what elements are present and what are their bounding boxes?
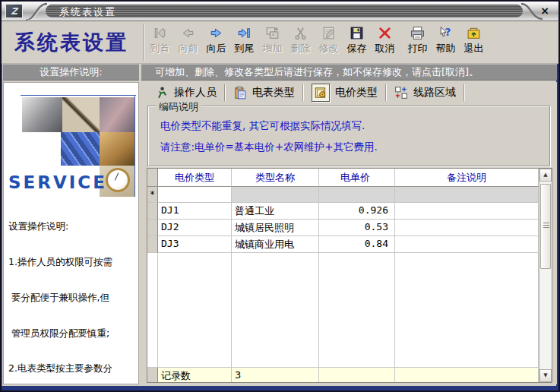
cell-new-type[interactable]: [158, 187, 232, 203]
table-row: DJ3 城镇商业用电 0.84: [147, 236, 539, 253]
empty-cell: [319, 253, 395, 367]
tab-operators[interactable]: 操作人员: [147, 84, 224, 102]
hint-bar: 可增加、删除、修改各类型后请进行保存，如不保存修改，请点击[取消]。: [141, 64, 557, 81]
cell-type-name[interactable]: 城镇商业用电: [232, 236, 319, 253]
exit-folder-icon: [466, 25, 482, 41]
clipboard-icon: [233, 86, 247, 100]
delete-record-button: 删除: [286, 25, 315, 62]
button-label: 保存: [347, 42, 367, 55]
note-line-1: 电价类型不能重复, 其它可根据实际情况填写.: [160, 119, 365, 133]
instructions-text: 设置操作说明: 1.操作人员的权限可按需 要分配便于兼职操作,但 管理员权限分配…: [8, 197, 139, 384]
tab-bar: 操作人员 电表类型: [141, 82, 557, 103]
cell-new-price[interactable]: [319, 187, 395, 203]
button-label: 增加: [263, 42, 283, 55]
photo-tile-keyboard: [61, 132, 100, 166]
tab-label: 电价类型: [335, 86, 378, 100]
cell-new-name[interactable]: [232, 187, 319, 203]
price-types-grid: 电价类型 类型名称 电单价 备注说明 * DJ1 普通工业 0.926: [147, 168, 552, 383]
hint-text: 可增加、删除、修改各类型后请进行保存，如不保存修改，请点击[取消]。: [155, 65, 479, 79]
button-label: 删除: [291, 42, 311, 55]
titlebar: Z 系统表设置 ×: [2, 2, 558, 21]
help-button[interactable]: ? 帮助: [432, 25, 460, 62]
row-selector-header: [147, 169, 158, 187]
next-record-button[interactable]: 向后: [202, 25, 230, 62]
cell-unit-price[interactable]: 0.926: [319, 203, 395, 220]
vertical-scrollbar[interactable]: ▲ ▼: [539, 169, 552, 382]
cell-unit-price[interactable]: 0.53: [319, 220, 395, 236]
toolbar-buttons: 到首 向前 向后 到尾: [146, 21, 488, 63]
page-title: 系统表设置: [2, 21, 141, 63]
cell-new-note[interactable]: [395, 187, 539, 203]
scrollbar-thumb[interactable]: [540, 184, 551, 269]
row-selector[interactable]: [147, 236, 158, 253]
new-row: *: [147, 187, 539, 203]
cell-type-name[interactable]: 城镇居民照明: [232, 220, 319, 236]
sidebar-header-text: 设置操作说明:: [40, 65, 102, 79]
scroll-down-icon[interactable]: ▼: [539, 369, 552, 382]
arrow-first-icon: [152, 25, 168, 41]
print-button[interactable]: 打印: [403, 25, 432, 62]
help-cursor-icon: ?: [438, 25, 454, 41]
photo-tile-hands: [100, 132, 134, 166]
cell-price-type[interactable]: DJ3: [158, 236, 232, 253]
tab-meter-types[interactable]: 电表类型: [226, 84, 302, 102]
instruction-line: 1.操作人员的权限可按需: [8, 256, 139, 268]
toolbar: 系统表设置 到首 向前 向后: [2, 21, 558, 64]
cell-type-name[interactable]: 普通工业: [232, 203, 319, 220]
last-record-button[interactable]: 到尾: [230, 25, 258, 62]
person-icon: [155, 86, 169, 100]
tab-label: 操作人员: [174, 86, 217, 100]
grid-empty-area: [147, 253, 539, 367]
empty-cell: [395, 253, 539, 367]
cell-price-type[interactable]: DJ2: [158, 220, 232, 236]
photo-tile-tool: [22, 97, 62, 132]
app-logo-icon: Z: [5, 4, 23, 18]
tab-separator: [464, 84, 465, 101]
first-record-button: 到首: [146, 25, 174, 62]
cell-note[interactable]: [395, 220, 539, 236]
scroll-up-icon[interactable]: ▲: [539, 169, 552, 182]
coding-notes-groupbox: 编码说明 电价类型不能重复, 其它可根据实际情况填写. 请注意:电单价=基本电价…: [147, 106, 550, 166]
row-selector[interactable]: [147, 220, 158, 236]
row-selector[interactable]: [147, 203, 158, 220]
cell-price-type[interactable]: DJ1: [158, 203, 232, 220]
button-label: 到尾: [235, 42, 255, 55]
column-header-note[interactable]: 备注说明: [395, 169, 539, 187]
cell-unit-price[interactable]: 0.84: [319, 236, 395, 253]
row-selector: [147, 368, 158, 382]
arrow-prev-icon: [180, 25, 196, 41]
cell-note[interactable]: [395, 203, 539, 220]
cell-note[interactable]: [395, 236, 539, 253]
instruction-line: 要分配便于兼职操作,但: [8, 292, 139, 304]
empty-cell: [158, 253, 232, 367]
price-book-icon: [314, 86, 327, 100]
tab-price-types[interactable]: 电价类型: [304, 84, 385, 102]
record-count-label: 记录数: [158, 368, 232, 382]
close-icon[interactable]: ×: [538, 4, 552, 17]
sidebar-header-bar: 设置操作说明:: [3, 64, 139, 81]
printer-icon: [410, 25, 426, 41]
sidebar: SERVICE 设置操作说明: 1.操作人员的权限可按需 要分配便于兼职操作,但…: [3, 82, 139, 384]
exit-button[interactable]: 退出: [460, 25, 488, 62]
instruction-line: 设置操作说明:: [8, 220, 139, 232]
arrow-last-icon: [236, 25, 252, 41]
new-row-marker: *: [147, 187, 158, 203]
tab-line-regions[interactable]: 线路区域: [387, 84, 464, 102]
column-header-type-name[interactable]: 类型名称: [232, 169, 319, 187]
cancel-button[interactable]: 取消: [371, 25, 399, 62]
instruction-line: 管理员权限分配要慎重;: [8, 327, 139, 340]
table-row: DJ1 普通工业 0.926: [147, 203, 539, 220]
button-label: 向前: [179, 42, 198, 55]
region-grid-icon: [394, 86, 408, 100]
photo-tile-pliers: [100, 97, 134, 132]
button-label: 帮助: [436, 42, 456, 55]
save-button[interactable]: 保存: [343, 25, 371, 62]
main-panel: 操作人员 电表类型: [141, 82, 557, 384]
column-header-unit-price[interactable]: 电单价: [319, 169, 395, 187]
red-x-icon: [377, 25, 393, 41]
column-header-price-type[interactable]: 电价类型: [158, 169, 232, 187]
empty-cell: [232, 253, 319, 367]
toolbar-separator: [143, 24, 144, 61]
service-collage-image: SERVICE: [4, 87, 139, 198]
footer-empty-cell: [395, 368, 539, 382]
